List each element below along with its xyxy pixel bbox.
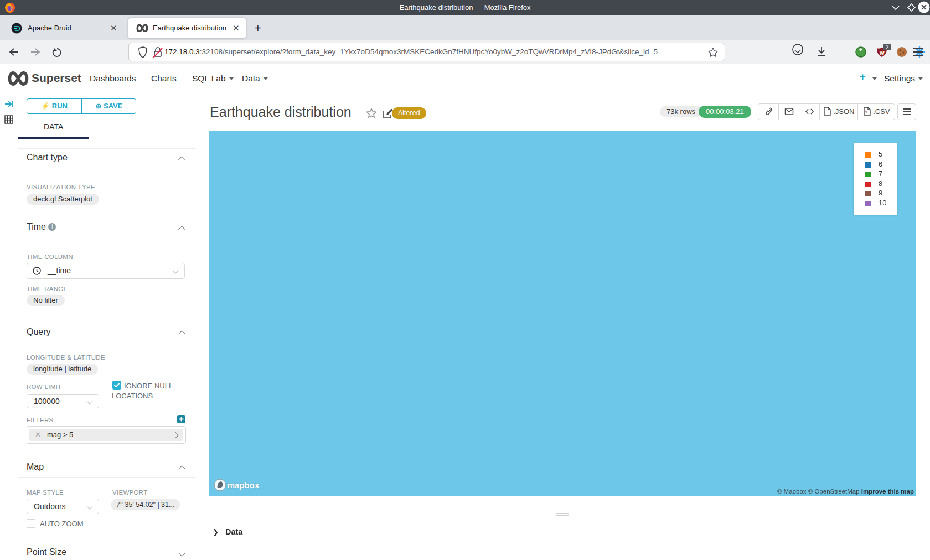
svg-text:2: 2 (886, 44, 889, 50)
svg-text:x: x (865, 110, 867, 114)
svg-text:mapbox: mapbox (228, 480, 260, 490)
svg-text:w: w (879, 49, 885, 56)
